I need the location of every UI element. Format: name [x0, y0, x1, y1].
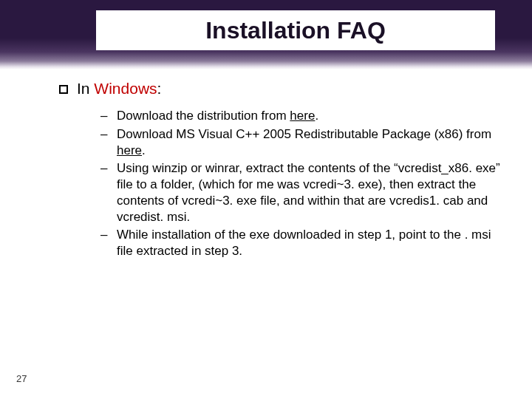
item-text-a: Download the distribution from	[117, 109, 290, 123]
here-link[interactable]: here	[117, 143, 142, 157]
heading-line: In Windows:	[59, 80, 502, 98]
item-text-b: .	[315, 109, 318, 123]
title-box: Installation FAQ	[96, 10, 495, 50]
square-bullet-icon	[59, 85, 68, 94]
list-item: Using winzip or winrar, extract the cont…	[100, 160, 502, 225]
item-text-a: Download MS Visual C++ 2005 Redistributa…	[117, 127, 491, 141]
slide-title: Installation FAQ	[205, 17, 386, 44]
item-text: Using winzip or winrar, extract the cont…	[117, 161, 500, 223]
list-item: Download MS Visual C++ 2005 Redistributa…	[100, 126, 502, 159]
title-band: Installation FAQ	[0, 0, 532, 69]
heading-suffix: :	[157, 80, 162, 97]
list-item: Download the distribution from here.	[100, 108, 502, 124]
item-text-b: .	[142, 143, 146, 157]
here-link[interactable]: here	[290, 109, 315, 123]
heading-prefix: In	[77, 80, 94, 97]
page-number: 27	[16, 373, 27, 384]
content-area: In Windows: Download the distribution fr…	[59, 80, 502, 262]
sub-list: Download the distribution from here. Dow…	[100, 108, 502, 259]
heading-highlight: Windows	[94, 80, 157, 97]
item-text: While installation of the exe downloaded…	[117, 228, 491, 258]
heading-text: In Windows:	[77, 80, 161, 98]
list-item: While installation of the exe downloaded…	[100, 227, 502, 259]
